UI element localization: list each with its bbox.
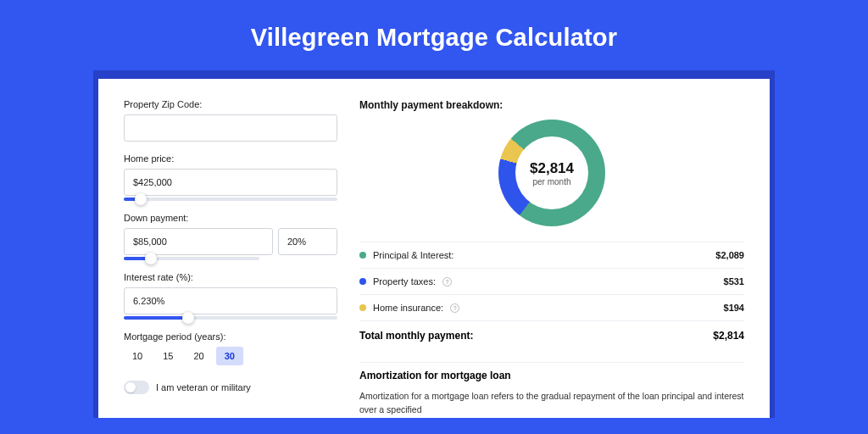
down-payment-label: Down payment: — [124, 213, 337, 223]
home-price-input[interactable] — [124, 169, 337, 196]
toggle-knob — [125, 382, 136, 392]
amortization-text: Amortization for a mortgage loan refers … — [359, 390, 744, 417]
down-payment-field: Down payment: — [124, 213, 337, 260]
legend-row: Principal & Interest:$2,089 — [359, 242, 744, 269]
interest-input[interactable] — [124, 287, 337, 314]
breakdown-card: Monthly payment breakdown: $2,814 per mo… — [359, 99, 744, 342]
legend-row: Property taxes:?$531 — [359, 269, 744, 295]
slider-thumb[interactable] — [145, 253, 157, 264]
legend-dot — [359, 252, 366, 259]
slider-thumb[interactable] — [135, 193, 147, 205]
down-payment-input[interactable] — [124, 228, 273, 255]
info-icon[interactable]: ? — [442, 277, 452, 287]
donut-chart-wrap: $2,814 per month — [359, 111, 744, 242]
total-row: Total monthly payment: $2,814 — [359, 321, 744, 342]
veteran-label: I am veteran or military — [156, 382, 251, 392]
breakdown-column: Monthly payment breakdown: $2,814 per mo… — [359, 99, 744, 418]
interest-field: Interest rate (%): — [124, 272, 337, 320]
legend-label: Property taxes: — [373, 276, 436, 287]
home-price-field: Home price: — [124, 153, 337, 201]
amortization-title: Amortization for mortgage loan — [359, 370, 744, 381]
donut-chart: $2,814 per month — [498, 120, 605, 226]
legend-value: $531 — [724, 276, 744, 287]
period-buttons: 10152030 — [124, 347, 337, 365]
period-label: Mortgage period (years): — [124, 331, 337, 342]
amortization-section: Amortization for mortgage loan Amortizat… — [359, 362, 744, 417]
interest-slider[interactable] — [124, 316, 337, 320]
interest-label: Interest rate (%): — [124, 272, 337, 282]
down-payment-pct-input[interactable] — [278, 228, 337, 255]
zip-input[interactable] — [124, 114, 337, 142]
down-payment-slider[interactable] — [124, 257, 259, 260]
zip-label: Property Zip Code: — [124, 99, 337, 109]
period-button-20[interactable]: 20 — [186, 347, 213, 365]
legend-value: $194 — [724, 303, 744, 313]
calculator-panel: Property Zip Code: Home price: Down paym… — [98, 79, 770, 418]
period-field: Mortgage period (years): 10152030 — [124, 331, 337, 365]
period-button-10[interactable]: 10 — [124, 347, 151, 365]
panel-container: Property Zip Code: Home price: Down paym… — [93, 70, 775, 418]
page-title: Villegreen Mortgage Calculator — [0, 24, 868, 52]
form-column: Property Zip Code: Home price: Down paym… — [124, 99, 337, 418]
period-button-30[interactable]: 30 — [216, 347, 243, 365]
donut-center: $2,814 per month — [515, 136, 588, 209]
slider-thumb[interactable] — [182, 312, 194, 324]
home-price-label: Home price: — [124, 153, 337, 164]
zip-field: Property Zip Code: — [124, 99, 337, 142]
home-price-slider[interactable] — [124, 198, 337, 201]
legend-row: Home insurance:?$194 — [359, 295, 744, 321]
donut-amount: $2,814 — [530, 160, 574, 177]
legend-dot — [359, 278, 366, 285]
veteran-row: I am veteran or military — [124, 381, 337, 394]
veteran-toggle[interactable] — [124, 381, 149, 394]
info-icon[interactable]: ? — [450, 303, 459, 313]
total-label: Total monthly payment: — [359, 330, 473, 342]
legend-value: $2,089 — [715, 250, 744, 260]
legend-label: Principal & Interest: — [373, 250, 453, 260]
breakdown-title: Monthly payment breakdown: — [359, 99, 744, 111]
legend: Principal & Interest:$2,089Property taxe… — [359, 242, 744, 321]
period-button-15[interactable]: 15 — [154, 347, 181, 365]
donut-sub: per month — [532, 177, 570, 186]
total-value: $2,814 — [713, 330, 744, 342]
legend-label: Home insurance: — [373, 303, 443, 313]
legend-dot — [359, 304, 366, 311]
